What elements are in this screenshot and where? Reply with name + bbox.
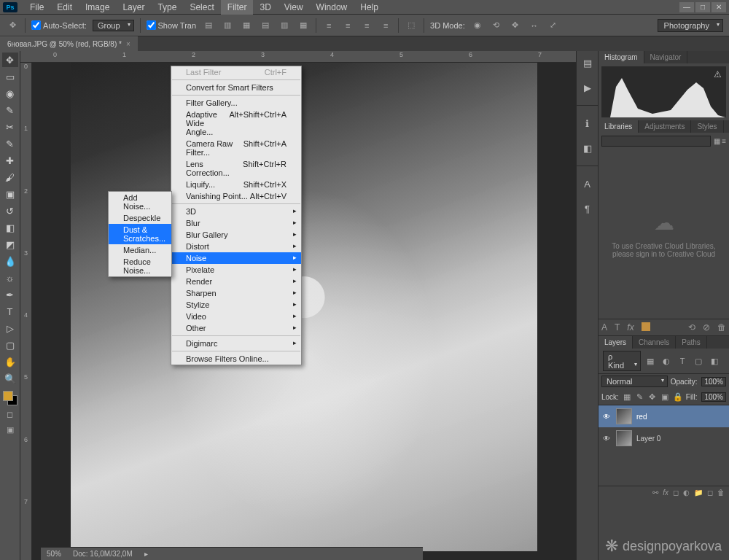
menu-median[interactable]: Median...: [109, 244, 171, 256]
reset-char-icon[interactable]: ⟲: [688, 322, 695, 332]
maximize-button[interactable]: □: [695, 2, 710, 12]
hand-tool[interactable]: ✋: [2, 354, 18, 369]
opacity-value[interactable]: 100%: [701, 377, 726, 386]
align-right-icon[interactable]: ▦: [240, 19, 253, 32]
lock-artboard-icon[interactable]: ▣: [660, 390, 669, 403]
char-panel-icon[interactable]: A: [601, 322, 607, 332]
lock-transparent-icon[interactable]: ▦: [622, 390, 631, 403]
filter-pixel-icon[interactable]: ▦: [644, 354, 657, 368]
close-tab-icon[interactable]: ×: [126, 40, 130, 48]
lock-position-icon[interactable]: ✥: [647, 390, 657, 403]
layer-kind-filter[interactable]: ρ Kind: [603, 351, 641, 371]
visibility-icon[interactable]: 👁: [603, 435, 612, 443]
new-layer-icon[interactable]: ◻: [707, 489, 713, 497]
eyedropper-tool[interactable]: ✎: [2, 136, 18, 151]
menu-adaptive-wide-angle[interactable]: Adaptive Wide Angle...Alt+Shift+Ctrl+A: [171, 109, 301, 138]
layer-name[interactable]: red: [636, 413, 647, 421]
menu-video-submenu[interactable]: Video: [171, 311, 301, 322]
history-brush-tool[interactable]: ↺: [2, 203, 18, 218]
align-top-icon[interactable]: ▤: [259, 19, 272, 32]
swatch-panel-icon[interactable]: [642, 322, 650, 331]
menu-dust-scratches[interactable]: Dust & Scratches...: [109, 224, 171, 244]
menu-edit[interactable]: Edit: [50, 0, 79, 15]
menu-despeckle[interactable]: Despeckle: [109, 212, 171, 224]
layer-thumbnail[interactable]: [616, 408, 632, 424]
visibility-icon[interactable]: 👁: [603, 413, 612, 421]
color-swatches[interactable]: [3, 391, 17, 405]
menu-filter-gallery[interactable]: Filter Gallery...: [171, 97, 301, 109]
lock-all-icon[interactable]: 🔒: [673, 390, 683, 403]
menu-add-noise[interactable]: Add Noise...: [109, 192, 171, 212]
character-panel-icon[interactable]: A: [580, 176, 595, 191]
align-bottom-icon[interactable]: ▦: [297, 19, 310, 32]
orbit-icon[interactable]: ◉: [471, 19, 484, 32]
blend-mode-combo[interactable]: Normal: [601, 376, 668, 387]
lock-image-icon[interactable]: ✎: [634, 390, 644, 403]
histogram-tab[interactable]: Histogram: [599, 51, 644, 63]
layer-thumbnail[interactable]: [616, 430, 632, 446]
screen-mode-icon[interactable]: ▣: [3, 423, 17, 436]
gradient-tool[interactable]: ◩: [2, 237, 18, 252]
fx-panel-icon[interactable]: fx: [627, 322, 634, 332]
menu-filter[interactable]: Filter: [221, 0, 254, 15]
distribute4-icon[interactable]: ≡: [379, 19, 392, 32]
menu-reduce-noise[interactable]: Reduce Noise...: [109, 256, 171, 276]
navigator-tab[interactable]: Navigator: [644, 51, 688, 63]
align-left-icon[interactable]: ▤: [202, 19, 215, 32]
eraser-tool[interactable]: ◧: [2, 220, 18, 235]
auto-select-mode-combo[interactable]: Group: [93, 20, 134, 31]
lasso-tool[interactable]: ◉: [2, 86, 18, 101]
layer-row[interactable]: 👁 Layer 0: [599, 427, 729, 449]
menu-type[interactable]: Type: [151, 0, 183, 15]
type-tool[interactable]: T: [2, 304, 18, 319]
layer-mask-icon[interactable]: ◻: [673, 489, 679, 497]
library-view-grid-icon[interactable]: ▦: [714, 137, 720, 145]
pen-tool[interactable]: ✒: [2, 287, 18, 302]
type-panel-icon[interactable]: T: [615, 322, 620, 332]
status-zoom[interactable]: 50%: [47, 550, 61, 558]
layer-fx-icon[interactable]: fx: [663, 489, 668, 497]
filter-type-icon[interactable]: T: [676, 354, 689, 368]
channels-tab[interactable]: Channels: [633, 336, 676, 349]
healing-brush-tool[interactable]: ✚: [2, 153, 18, 168]
marquee-tool[interactable]: ▭: [2, 69, 18, 84]
menu-help[interactable]: Help: [354, 0, 385, 15]
libraries-tab[interactable]: Libraries: [599, 120, 639, 133]
link-layers-icon[interactable]: ⚯: [652, 489, 658, 497]
menu-render-submenu[interactable]: Render: [171, 276, 301, 287]
menu-camera-raw[interactable]: Camera Raw Filter...Shift+Ctrl+A: [171, 138, 301, 158]
filter-adjust-icon[interactable]: ◐: [660, 354, 673, 368]
foreground-color[interactable]: [3, 391, 13, 401]
filter-smart-icon[interactable]: ◧: [708, 354, 721, 368]
menu-3d[interactable]: 3D: [253, 0, 277, 15]
workspace-select[interactable]: Photography: [658, 19, 723, 32]
info-panel-icon[interactable]: ℹ: [580, 116, 595, 131]
delete-char-icon[interactable]: 🗑: [717, 322, 726, 332]
clone-stamp-tool[interactable]: ▣: [2, 187, 18, 201]
menu-3d-submenu[interactable]: 3D: [171, 206, 301, 217]
minimize-button[interactable]: —: [679, 2, 694, 12]
filter-shape-icon[interactable]: ▢: [692, 354, 705, 368]
viewport[interactable]: [32, 63, 576, 560]
fill-value[interactable]: 100%: [701, 392, 726, 402]
menu-noise-submenu[interactable]: Noise: [171, 252, 301, 264]
menu-file[interactable]: File: [23, 0, 50, 15]
menu-view[interactable]: View: [278, 0, 310, 15]
history-panel-icon[interactable]: ▤: [580, 55, 595, 70]
roll-icon[interactable]: ⟲: [490, 19, 503, 32]
brush-tool[interactable]: 🖌: [2, 170, 18, 184]
menu-distort-submenu[interactable]: Distort: [171, 241, 301, 252]
clear-char-icon[interactable]: ⊘: [703, 322, 710, 332]
crop-tool[interactable]: ✂: [2, 120, 18, 134]
status-docinfo[interactable]: Doc: 16,0M/32,0M: [73, 550, 133, 558]
properties-panel-icon[interactable]: ◧: [580, 141, 595, 155]
menu-convert-smart[interactable]: Convert for Smart Filters: [171, 82, 301, 93]
adjustments-tab[interactable]: Adjustments: [639, 120, 691, 133]
menu-stylize-submenu[interactable]: Stylize: [171, 299, 301, 311]
dodge-tool[interactable]: ☼: [2, 271, 18, 285]
blur-tool[interactable]: 💧: [2, 254, 18, 268]
layers-tab[interactable]: Layers: [599, 336, 633, 349]
menu-browse-online[interactable]: Browse Filters Online...: [171, 353, 301, 365]
library-view-list-icon[interactable]: ≡: [722, 137, 726, 145]
align-middle-icon[interactable]: ▥: [278, 19, 291, 32]
